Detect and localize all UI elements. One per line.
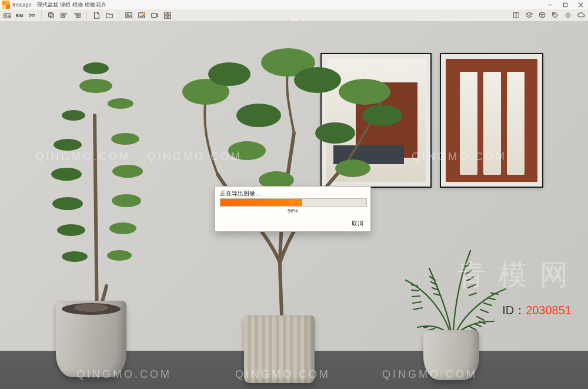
pot-right bbox=[423, 330, 479, 380]
grid-icon[interactable] bbox=[163, 11, 172, 20]
toolbar-separator bbox=[119, 11, 119, 19]
svg-rect-14 bbox=[75, 14, 79, 15]
svg-rect-22 bbox=[168, 12, 171, 15]
svg-rect-11 bbox=[62, 14, 66, 15]
bim-button[interactable]: BIM bbox=[15, 11, 24, 20]
svg-rect-21 bbox=[165, 12, 167, 15]
svg-rect-20 bbox=[152, 14, 156, 18]
align-right-icon[interactable] bbox=[72, 11, 82, 20]
gear-icon[interactable] bbox=[563, 11, 573, 20]
folder-icon[interactable] bbox=[105, 11, 114, 20]
brand-char: 模 bbox=[499, 256, 527, 294]
svg-point-19 bbox=[143, 13, 145, 15]
svg-point-6 bbox=[29, 14, 31, 16]
pot-left bbox=[56, 301, 126, 377]
brand-char: 青 bbox=[457, 256, 486, 294]
viewport[interactable]: QINGMO.COM QINGMO.COM QINGMO.COM QINGMO.… bbox=[0, 21, 588, 389]
svg-point-26 bbox=[567, 14, 569, 16]
progress-bar bbox=[220, 198, 367, 207]
svg-point-7 bbox=[32, 14, 35, 16]
svg-point-25 bbox=[553, 14, 554, 15]
toolbar-separator bbox=[41, 11, 42, 19]
cancel-button[interactable]: 取消 bbox=[352, 220, 363, 228]
cloud-icon[interactable] bbox=[576, 11, 586, 20]
align-left-icon[interactable] bbox=[59, 11, 69, 20]
window-controls bbox=[542, 0, 588, 9]
export-progress-dialog: 正在导出图像... 56% 取消 bbox=[215, 186, 371, 232]
cube-icon[interactable] bbox=[537, 11, 547, 20]
pot-center bbox=[244, 315, 315, 383]
svg-point-5 bbox=[5, 15, 7, 16]
svg-point-17 bbox=[127, 14, 128, 15]
library-icon[interactable] bbox=[2, 11, 12, 20]
dialog-title: 正在导出图像... bbox=[220, 189, 260, 198]
maximize-button[interactable] bbox=[557, 0, 573, 9]
brand-watermark: 青 模 网 bbox=[457, 256, 568, 294]
book-icon[interactable] bbox=[512, 11, 521, 20]
layers-icon[interactable] bbox=[524, 11, 534, 20]
svg-rect-12 bbox=[62, 16, 64, 18]
link-icon[interactable] bbox=[27, 11, 36, 20]
id-value: 2030851 bbox=[526, 304, 572, 317]
page-icon[interactable] bbox=[92, 11, 101, 20]
copy-icon[interactable] bbox=[46, 11, 56, 20]
title-bar: Inscape - 现代盆栽 绿植 植物 植物花卉 bbox=[0, 0, 588, 9]
video-export-icon[interactable] bbox=[150, 11, 159, 20]
image-export-b-icon[interactable] bbox=[137, 11, 146, 20]
id-prefix: ID： bbox=[502, 304, 526, 317]
model-id: ID：2030851 bbox=[502, 302, 572, 318]
progress-percent: 56% bbox=[215, 208, 370, 214]
brand-char: 网 bbox=[540, 256, 568, 294]
minimize-button[interactable] bbox=[542, 0, 557, 9]
main-toolbar: BIM bbox=[0, 9, 588, 22]
svg-rect-23 bbox=[165, 16, 167, 18]
window-title: Inscape - 现代盆栽 绿植 植物 植物花卉 bbox=[12, 1, 106, 9]
wall-art-right bbox=[440, 53, 543, 188]
svg-rect-1 bbox=[563, 3, 567, 6]
progress-bar-fill bbox=[220, 199, 302, 206]
close-button[interactable] bbox=[573, 0, 588, 9]
image-export-a-icon[interactable] bbox=[124, 11, 133, 20]
tag-icon[interactable] bbox=[550, 11, 560, 20]
svg-rect-15 bbox=[76, 16, 79, 18]
toolbar-separator bbox=[86, 11, 87, 19]
svg-rect-24 bbox=[168, 16, 171, 18]
wall-art-left bbox=[320, 53, 432, 188]
app-icon bbox=[2, 1, 10, 9]
